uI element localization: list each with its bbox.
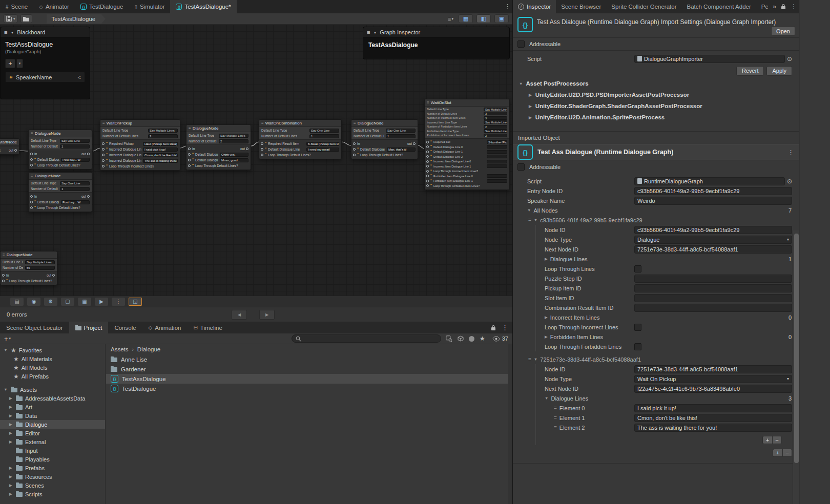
node-field-row[interactable]: Number of Default Lines 1 [351, 133, 418, 139]
graph-inspector-header[interactable]: ≡ ▼ Graph Inspector [363, 27, 509, 38]
input-port-icon[interactable] [102, 159, 105, 162]
input-port-icon[interactable] [30, 158, 33, 161]
input-port-icon[interactable] [30, 153, 33, 155]
tree-folder[interactable]: ▶ Data [0, 411, 105, 420]
input-port-icon[interactable] [426, 165, 429, 167]
foldout-icon[interactable]: ▶ [8, 431, 13, 435]
node-field-row[interactable]: Number of Default Lines 1 [29, 143, 92, 149]
graph-canvas[interactable]: ≡ StartNode Connections out ≡ DialogueNo… [0, 25, 512, 296]
port-value-field[interactable]: Post boy... W [61, 158, 90, 162]
node-field-value[interactable]: Say Multiple Lines [484, 108, 507, 111]
foldout-icon[interactable]: ▼ [3, 348, 8, 352]
input-port-icon[interactable] [426, 151, 429, 153]
tree-folder[interactable]: ▶ Input [0, 446, 105, 455]
node-field-value[interactable]: 3 [148, 134, 178, 138]
lock-icon[interactable] [491, 325, 496, 331]
next-node-field[interactable]: f22a475e-4c2f-41c6-9b73-6a83498abfe0 [634, 385, 792, 393]
save-button[interactable]: ▾ [4, 14, 17, 23]
node-id-field[interactable]: c93b5606-401f-49a2-99b5-9ecbf1fa9c29 [634, 226, 792, 234]
dialogue-lines-row[interactable]: ▶Dialogue Lines 1 [513, 254, 799, 264]
drag-handle-icon[interactable]: = [554, 425, 557, 430]
panel-menu-icon[interactable]: ≡ [4, 29, 7, 35]
node-port-row[interactable]: “ Default Dialogue Line 1 [425, 150, 509, 155]
footer-tool-button[interactable] [44, 298, 57, 306]
bottom-dock-tab[interactable]: Animation [142, 322, 188, 333]
input-port-icon[interactable] [261, 142, 263, 145]
node-port-row[interactable]: “ Loop Through Incorrect Lines? [100, 163, 180, 169]
node-field-row[interactable]: Default Line Type Say Multiple Lines [186, 133, 251, 138]
foldout-icon[interactable]: ▶ [8, 422, 13, 427]
node-field-value[interactable]: 3 [484, 112, 507, 115]
footer-tool-button[interactable] [112, 298, 125, 306]
node-port-row[interactable]: “ Loop Through Default Lines? [1, 278, 57, 284]
path-root[interactable]: Assets [111, 346, 129, 352]
node-field-row[interactable]: Default Line Type Say Multiple Lines [100, 128, 180, 133]
node-port-row[interactable]: “ Incorrect Item Dialogue Line 0 [425, 159, 509, 164]
node-port-row[interactable]: In out [186, 146, 251, 152]
node-port-row[interactable]: In out [1, 272, 57, 278]
node-field-row[interactable]: Number of Default Lines 1 [29, 186, 92, 192]
node-waitoncombination[interactable]: ≡ WaitOnCombination Default Line Type Sa… [259, 119, 342, 159]
node-field-row[interactable]: Default Line Type Say One Line [29, 180, 92, 186]
postprocessors-header[interactable]: ▼ Asset PostProcessors [513, 78, 799, 89]
input-port-icon[interactable] [353, 154, 356, 156]
node-dialoguenode-5[interactable]: ≡ DialogueNode Default Line Type Say Mul… [0, 251, 57, 285]
input-port-icon[interactable] [102, 154, 105, 156]
path-current[interactable]: Dialogue [137, 346, 160, 352]
foldout-icon[interactable]: ▶ [8, 492, 13, 496]
port-value-field[interactable] [487, 164, 507, 168]
object-picker-icon[interactable]: ⊙ [787, 178, 792, 185]
element-value-field[interactable]: I said pick it up! [634, 404, 792, 412]
node-field-value[interactable]: 1 [60, 144, 90, 149]
node-field-row[interactable]: Number of Default Lines 3 [425, 112, 509, 116]
add-property-button[interactable]: + [5, 59, 15, 68]
output-port-icon[interactable] [52, 274, 55, 277]
open-button[interactable]: Open [771, 26, 795, 36]
node-port-row[interactable]: “ Loop Through Default Lines? [29, 162, 92, 168]
port-value-field[interactable]: K.Meat (Pickup Item Data) (Item) [306, 142, 339, 146]
graph-view-toggle-button[interactable] [476, 14, 491, 23]
script-field[interactable]: DialogueGraphImporter [634, 55, 785, 63]
breadcrumb[interactable]: TestAssDialogue [47, 14, 102, 24]
port-value-field[interactable] [487, 150, 507, 154]
input-port-icon[interactable] [2, 274, 5, 277]
footer-tool-button[interactable] [129, 298, 142, 306]
log-icon[interactable] [469, 336, 474, 342]
node-type-dropdown[interactable]: Dialogue▾ [634, 236, 792, 244]
node-port-row[interactable]: “ Default Dialogue Line 0 [425, 144, 509, 150]
node-title[interactable]: ≡ StartNode [0, 139, 19, 146]
foldout-icon[interactable]: ▶ [8, 483, 13, 488]
lock-icon[interactable] [781, 4, 786, 10]
all-nodes-row[interactable]: ▼ All Nodes 7 [513, 205, 799, 215]
inspector-tab[interactable]: i Pc [756, 0, 768, 13]
node-field-value[interactable]: Say Multiple Lines [219, 134, 248, 138]
port-value-field[interactable] [487, 160, 507, 163]
remove-element-button[interactable]: − [772, 436, 782, 444]
element-value-field[interactable]: Cmon, don't be like this! [634, 414, 792, 422]
foldout-icon[interactable]: ▼ [534, 357, 537, 362]
node-field-value[interactable]: Say Multiple Lines [148, 129, 178, 133]
input-port-icon[interactable] [426, 175, 429, 177]
node-field-row[interactable]: Number of Default Lines 55 [1, 265, 57, 270]
node-entry-header[interactable]: = ▼ c93b5606-401f-49a2-99b5-9ecbf1fa9c29 [513, 215, 799, 225]
dock-tab[interactable]: TestAssDialogue* [170, 0, 236, 13]
blackboard-header[interactable]: ≡ ▼ Blackboard [1, 27, 90, 38]
node-port-row[interactable]: “ Required Slot S-bonfire (Pickup Item D… [425, 140, 509, 145]
node-title[interactable]: ≡ DialogueNode [351, 120, 418, 127]
node-waitonslot[interactable]: ≡ WaitOnSlot Default Line Type Say Multi… [424, 99, 510, 190]
node-dialoguenode-4[interactable]: ≡ DialogueNode Default Line Type Say One… [28, 172, 92, 212]
node-title[interactable]: ≡ DialogueNode [29, 130, 92, 137]
assets-root[interactable]: ▼ Assets [0, 385, 105, 394]
drag-handle-icon[interactable]: = [528, 217, 531, 223]
node-port-row[interactable]: “ Required Result Item K.Meat (Pickup It… [259, 141, 341, 146]
node-field-value[interactable]: 2 [219, 139, 248, 143]
footer-tool-button[interactable] [95, 298, 108, 306]
loop-incorrect-checkbox[interactable] [634, 324, 641, 331]
tree-folder[interactable]: ▶ Prefabs [0, 464, 105, 472]
node-field-row[interactable]: Number of Default Lines 3 [100, 133, 180, 139]
bottom-dock-tab[interactable]: Console [108, 322, 142, 333]
node-title[interactable]: ≡ WaitOnPickup [100, 120, 180, 127]
tree-folder[interactable]: ▶ Scripts [0, 490, 105, 498]
node-port-row[interactable]: “ Incorrect Dialogue Line 1 Cmon, don't … [100, 152, 180, 158]
file-list-scrollbar[interactable] [508, 344, 512, 504]
